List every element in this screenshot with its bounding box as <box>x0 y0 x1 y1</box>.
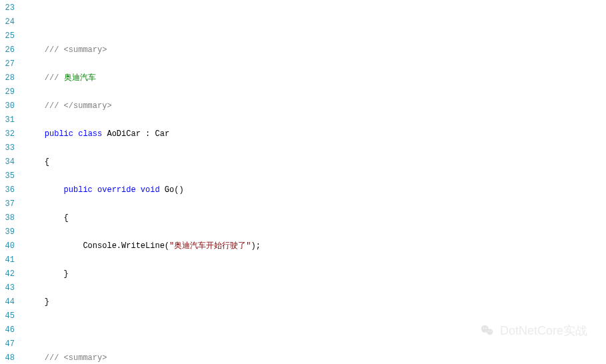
line-number: 35 <box>4 169 15 183</box>
string-literal: "奥迪汽车开始行驶了" <box>169 241 251 251</box>
code-line: /// 奥迪汽车 <box>25 71 606 85</box>
code-line: /// <summary> <box>25 351 606 364</box>
line-number: 32 <box>4 127 15 141</box>
keyword: override <box>97 185 136 195</box>
xml-doc-comment: /// <summary> <box>45 353 107 363</box>
code-line <box>25 15 606 29</box>
line-number: 29 <box>4 85 15 99</box>
code-line: public override void Go() <box>25 183 606 197</box>
code-editor: 2324252627282930313233343536373839404142… <box>0 0 606 364</box>
line-number: 42 <box>4 267 15 281</box>
class-name: AoDiCar <box>107 129 140 139</box>
code-line: } <box>25 267 606 281</box>
base-type: Car <box>155 129 169 139</box>
svg-point-5 <box>491 331 491 331</box>
wechat-icon <box>480 323 495 338</box>
line-number: 39 <box>4 225 15 239</box>
line-number: 48 <box>4 351 15 364</box>
xml-doc-comment: /// </summary> <box>45 101 112 111</box>
line-number: 27 <box>4 57 15 71</box>
code-line: } <box>25 295 606 309</box>
line-number: 25 <box>4 29 15 43</box>
line-number: 43 <box>4 281 15 295</box>
code-line: Console.WriteLine("奥迪汽车开始行驶了"); <box>25 239 606 253</box>
xml-doc-comment: /// <summary> <box>45 45 107 55</box>
svg-point-1 <box>487 329 493 335</box>
svg-point-3 <box>485 327 487 329</box>
line-number-gutter: 2324252627282930313233343536373839404142… <box>0 0 20 364</box>
line-number: 34 <box>4 155 15 169</box>
code-line: { <box>25 155 606 169</box>
line-number: 33 <box>4 141 15 155</box>
watermark: DotNetCore实战 <box>480 323 587 339</box>
code-line: public class AoDiCar : Car <box>25 127 606 141</box>
code-line: /// </summary> <box>25 99 606 113</box>
code-line: { <box>25 211 606 225</box>
code-line: /// <summary> <box>25 43 606 57</box>
keyword: class <box>78 129 102 139</box>
xml-doc-text: 奥迪汽车 <box>64 73 96 83</box>
line-number: 44 <box>4 295 15 309</box>
line-number: 45 <box>4 309 15 323</box>
svg-point-2 <box>483 327 485 329</box>
keyword: public <box>45 129 73 139</box>
method-call: Console.WriteLine( <box>83 241 169 251</box>
line-number: 30 <box>4 99 15 113</box>
line-number: 36 <box>4 183 15 197</box>
line-number: 38 <box>4 211 15 225</box>
line-number: 46 <box>4 323 15 337</box>
line-number: 23 <box>4 1 15 15</box>
keyword: public <box>64 185 93 195</box>
code-content[interactable]: /// <summary> /// 奥迪汽车 /// </summary> pu… <box>20 0 606 364</box>
xml-doc-prefix: /// <box>45 73 64 83</box>
line-number: 41 <box>4 253 15 267</box>
line-number: 37 <box>4 197 15 211</box>
watermark-text: DotNetCore实战 <box>500 323 587 339</box>
svg-point-4 <box>488 331 489 331</box>
line-number: 26 <box>4 43 15 57</box>
line-number: 40 <box>4 239 15 253</box>
line-number: 28 <box>4 71 15 85</box>
keyword: void <box>141 185 160 195</box>
method-name: Go() <box>160 185 184 195</box>
line-number: 24 <box>4 15 15 29</box>
line-number: 47 <box>4 337 15 351</box>
line-number: 31 <box>4 113 15 127</box>
